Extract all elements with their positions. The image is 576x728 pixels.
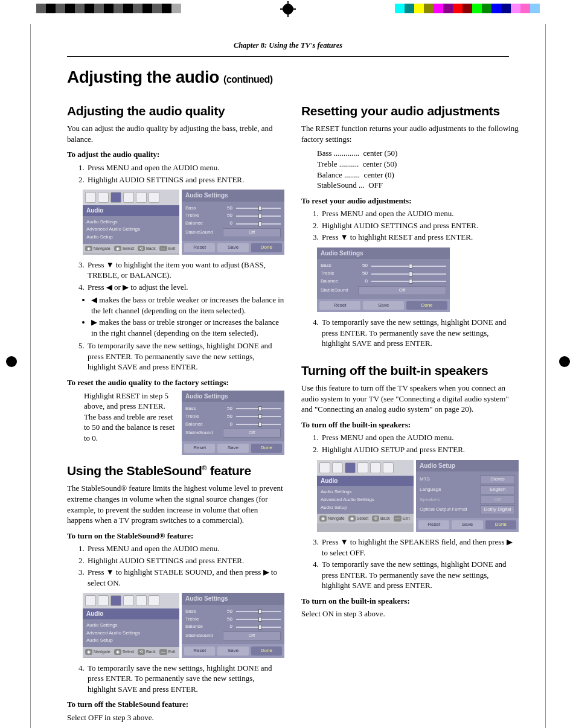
step-item: Highlight AUDIO SETUP and press ENTER. (321, 444, 519, 455)
step-item: Press ▼ to highlight the SPEAKERS field,… (321, 537, 519, 558)
osd-figure-stablesound: Audio Audio SettingsAdvanced Audio Setti… (83, 593, 284, 657)
body-text: The RESET function returns your audio ad… (301, 123, 519, 144)
steps-list: To temporarily save the new settings, hi… (321, 317, 519, 349)
step-item: Highlight AUDIO SETTINGS and press ENTER… (321, 220, 519, 231)
bullet-item: ◀ makes the bass or treble weaker or inc… (91, 295, 284, 316)
bullet-item: ▶ makes the bass or treble stronger or i… (91, 317, 284, 338)
osd-settings-panel: Audio Settings Bass50 Treble50 Balance0 … (182, 190, 284, 254)
body-text: The StableSound® feature limits the high… (67, 483, 284, 525)
osd-menu-panel: Audio Audio SettingsAdvanced Audio Setti… (83, 190, 179, 254)
osd-figure-reset: Audio Settings Bass50 Treble50 Balance0 … (317, 247, 519, 312)
steps-list: Press MENU and open the AUDIO menu. High… (321, 432, 519, 455)
body-text: Select ON in step 3 above. (301, 608, 519, 619)
section-stablesound: Using the StableSound® feature (67, 462, 284, 479)
chapter-header: Chapter 8: Using the TV's features (67, 41, 509, 50)
step-item: Press MENU and open the AUDIO menu. (86, 162, 284, 173)
step-item: Press ◀ or ▶ to adjust the level. (86, 282, 284, 293)
step-item: To temporarily save the new settings, hi… (321, 317, 519, 349)
step-item: Highlight AUDIO SETTINGS and press ENTER… (86, 555, 284, 566)
lead-text: To turn off the StableSound feature: (67, 699, 284, 710)
step-item: Press MENU and open the AUDIO menu. (86, 543, 284, 554)
section-speakers: Turning off the built-in speakers (301, 362, 519, 379)
steps-list: Press MENU and open the AUDIO menu. High… (86, 543, 284, 588)
step-item: To temporarily save the new settings, hi… (86, 340, 284, 372)
lead-text: To reset the audio quality to the factor… (67, 377, 284, 388)
body-text: Highlight RESET in step 5 above, and pre… (84, 391, 177, 455)
lead-text: To reset your audio adjustments: (301, 196, 519, 206)
lead-text: To turn on the StableSound® feature: (67, 531, 284, 541)
step-item: Press ▼ to highlight STABLE SOUND, and t… (86, 567, 284, 588)
osd-figure-audio-setup: Audio Audio SettingsAdvanced Audio Setti… (317, 460, 519, 532)
left-column: Adjusting the audio quality You can adju… (67, 95, 284, 726)
steps-list: Press ▼ to highlight the item you want t… (86, 260, 284, 293)
bullet-list: ◀ makes the bass or treble weaker or inc… (91, 295, 284, 338)
section-reset: Resetting your audio adjustments (301, 103, 519, 120)
step-item: To temporarily save the new settings, hi… (86, 663, 284, 695)
body-text: Use this feature to turn off the TV spea… (301, 383, 519, 415)
section-adjust-quality: Adjusting the audio quality (67, 103, 284, 120)
body-text: You can adjust the audio quality by adju… (67, 123, 284, 144)
steps-list: To temporarily save the new settings, hi… (86, 340, 284, 372)
steps-list: Press MENU and open the AUDIO menu. High… (321, 208, 519, 243)
right-column: Resetting your audio adjustments The RES… (301, 95, 519, 726)
step-item: Press MENU and open the AUDIO menu. (321, 208, 519, 219)
osd-figure-audio-settings: Audio Audio SettingsAdvanced Audio Setti… (83, 190, 284, 254)
steps-list: To temporarily save the new settings, hi… (86, 663, 284, 695)
step-item: Press ▼ to highlight the item you want t… (86, 260, 284, 281)
step-item: To temporarily save the new settings, hi… (321, 559, 519, 591)
registration-marks-top (0, 0, 576, 24)
lead-text: To turn off the built-in speakers: (301, 420, 519, 430)
osd-settings-panel-small: Audio Settings Bass50 Treble50 Balance0 … (182, 391, 284, 455)
steps-list: Press ▼ to highlight the SPEAKERS field,… (321, 537, 519, 591)
lead-text: To adjust the audio quality: (67, 149, 284, 160)
steps-list: Press MENU and open the AUDIO menu. High… (86, 162, 284, 185)
step-item: Press MENU and open the AUDIO menu. (321, 432, 519, 443)
lead-text: To turn on the built-in speakers: (301, 596, 519, 607)
factory-defaults-list: Bass ............. center (50) Treble ..… (317, 148, 519, 190)
registration-target-icon (283, 4, 293, 14)
body-text: Select OFF in step 3 above. (67, 712, 284, 723)
header-rule (67, 56, 509, 57)
step-item: Highlight AUDIO SETTINGS and press ENTER… (86, 174, 284, 185)
step-item: Press ▼ to highlight RESET and press ENT… (321, 232, 519, 243)
page-title: Adjusting the audio (continued) (67, 68, 509, 87)
